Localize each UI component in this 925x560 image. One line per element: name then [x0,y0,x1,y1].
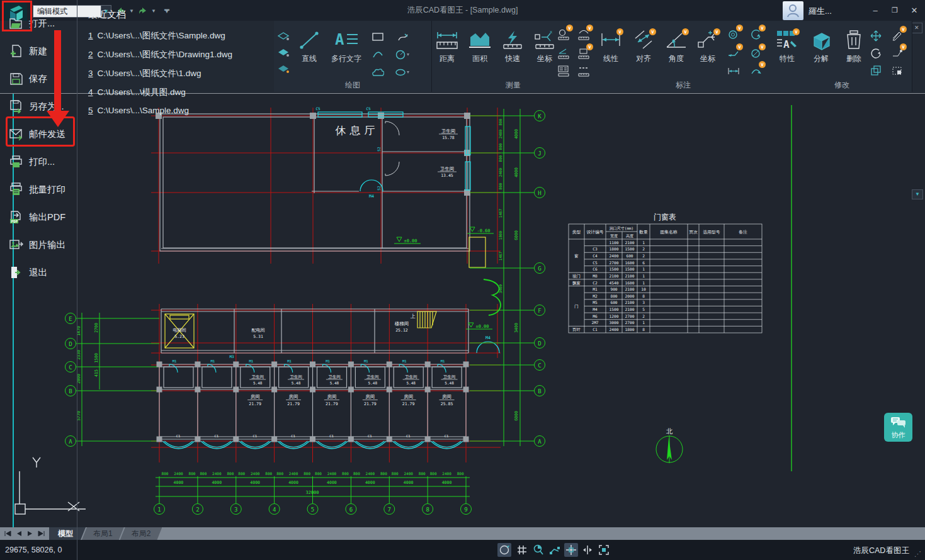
radius-measure-icon[interactable]: ∨ [555,27,572,42]
revision-cloud-icon[interactable] [370,65,386,80]
arc-tool-icon[interactable] [370,47,386,62]
coordinate-dim-button[interactable]: 坐标 ∨ [693,30,723,75]
next-tab-icon[interactable] [27,530,33,537]
distance-button[interactable]: 距离 [432,30,462,75]
rectangle-tool-icon[interactable] [370,30,386,45]
recent-doc-2[interactable]: 2C:\Users\...\图纸文件\Drawing1.dwg [88,49,232,60]
recent-doc-4[interactable]: 4C:\Users\...\模具图.dwg [88,87,186,98]
user-avatar[interactable] [783,1,803,20]
menu-item-batch-print[interactable]: 批量打印 [4,177,74,201]
quick-measure-button[interactable]: 快速 [497,30,528,75]
layer-state-icon[interactable] [275,61,292,76]
zoom-icon[interactable] [531,543,545,557]
ellipse-tool-icon[interactable] [395,65,411,80]
fullscreen-icon[interactable] [597,543,611,557]
svg-text:6: 6 [349,507,353,513]
recent-doc-5[interactable]: 5C:\Users\...\Sample.dwg [88,106,189,115]
column-marker [310,362,315,367]
group-label-measure: 测量 [432,80,594,91]
tab-model[interactable]: 模型 [49,527,86,540]
user-name[interactable]: 羅生... [809,6,832,17]
layer-icon[interactable] [275,28,292,43]
recent-doc-1[interactable]: 1C:\Users\...\图纸文件\Sample.dwg [88,30,225,42]
spline-tool-icon[interactable] [395,30,411,45]
menu-item-new[interactable]: 新建 [4,39,74,63]
volume-measure-icon[interactable]: ∨ [576,46,592,61]
identify-dim-icon[interactable]: ∨ [725,27,742,42]
menu-item-print[interactable]: 打印... [4,150,74,174]
first-tab-icon[interactable] [4,530,11,537]
orbit-icon[interactable] [497,543,511,557]
lineweight-icon[interactable] [581,543,594,557]
edit-text-icon[interactable]: ∨ [889,46,905,61]
ribbon-group-draw: 直线 A 多行文字 绘图 [274,21,432,92]
svg-text:1: 1 [642,267,645,271]
explode-button[interactable]: 分解 [806,30,836,75]
arc-dim-icon[interactable]: ∨ [748,64,764,79]
continuous-measure-icon[interactable] [576,64,592,79]
scroll-down-button[interactable]: ▼ [912,189,923,199]
measure-list-icon[interactable] [555,64,572,79]
menu-item-export-pdf[interactable]: PDF 输出PDF [4,205,74,229]
tab-layout2[interactable]: 布局2 [120,527,162,540]
layer-freeze-icon[interactable] [275,45,292,60]
diameter-dim-icon[interactable]: ∨ [748,46,764,61]
svg-text:1500: 1500 [625,247,635,251]
redo-dropdown[interactable]: ▼ [150,5,157,16]
chat-bubbles-icon [890,417,907,429]
doc-close-button[interactable]: ✕ [911,23,922,33]
arc-length-measure-icon[interactable]: ∨ [576,27,592,42]
minimize-button[interactable]: – [868,4,882,16]
coordinate-icon: x [533,30,557,51]
redo-icon [138,6,148,15]
match-properties-icon[interactable]: ∨ [889,28,905,43]
drawing-canvas[interactable]: C5 C5 S2 S2 M4 休息厅 卫生间 15.78 卫生间 13.45 [0,93,925,529]
circle-tool-icon[interactable] [395,47,411,62]
maximize-button[interactable]: ❒ [888,4,902,16]
erase-button[interactable]: 删除 [839,30,869,75]
ribbon-group-dimension: 线性 ∨ 对齐 ∨ 角度 ∨ [594,21,773,92]
svg-text:800: 800 [162,471,169,476]
group-label-dimension: 标注 [594,80,772,91]
column-marker [425,387,431,393]
copy-icon[interactable] [868,64,884,79]
level-markers: ±0.00 -0.60 ±0.00 [394,227,494,329]
mtext-button[interactable]: A 多行文字 [327,30,366,75]
aligned-dim-button[interactable]: 对齐 ∨ [628,30,659,75]
undo-dropdown[interactable]: ▼ [128,5,135,16]
linear-dim-button[interactable]: 线性 ∨ [596,30,626,75]
close-button[interactable]: ✕ [907,4,921,16]
selection-box-icon[interactable] [889,64,905,79]
prev-tab-icon[interactable] [16,530,22,537]
ribbon-group-measure: 距离 面积 快速 x 坐标 [432,21,595,92]
svg-text:600: 600 [626,254,633,258]
collaborate-button[interactable]: 协作 [884,413,912,442]
tab-layout1[interactable]: 布局1 [82,527,124,540]
svg-text:F: F [538,308,541,314]
menu-item-export-image[interactable]: 图片输出 [4,233,74,257]
last-tab-icon[interactable] [38,530,45,537]
menu-item-save[interactable]: 保存 [4,67,74,91]
rotate-icon[interactable] [868,46,884,61]
menu-item-exit[interactable]: 退出 [4,260,74,284]
radius-dim-icon[interactable]: ∨ [748,27,764,42]
svg-text:900: 900 [610,287,617,291]
line-button[interactable]: 直线 [294,30,324,75]
properties-button[interactable]: A 特性 ∨ [772,30,802,75]
move-icon[interactable] [868,28,884,43]
svg-text:M6: M6 [593,314,598,318]
quick-dim-icon[interactable] [725,64,742,79]
svg-text:3000: 3000 [610,320,619,325]
polyline-width-icon[interactable] [548,543,562,557]
quick-access-customize-button[interactable]: ▬▼ [162,5,171,16]
area-button[interactable]: 面积 [465,30,495,75]
grid-icon[interactable] [515,543,529,557]
resize-grip[interactable]: ⋰ [914,550,921,558]
recent-doc-3[interactable]: 3C:\Users\...\图纸文件\1.dwg [88,68,201,79]
angle-dim-button[interactable]: 角度 ∨ [661,30,691,75]
object-snap-icon[interactable] [564,543,578,557]
redo-button[interactable] [137,5,149,16]
leader-dim-icon[interactable]: ∨ [725,46,742,61]
svg-text:M1: M1 [364,359,368,363]
angle-measure-icon[interactable] [555,46,572,61]
